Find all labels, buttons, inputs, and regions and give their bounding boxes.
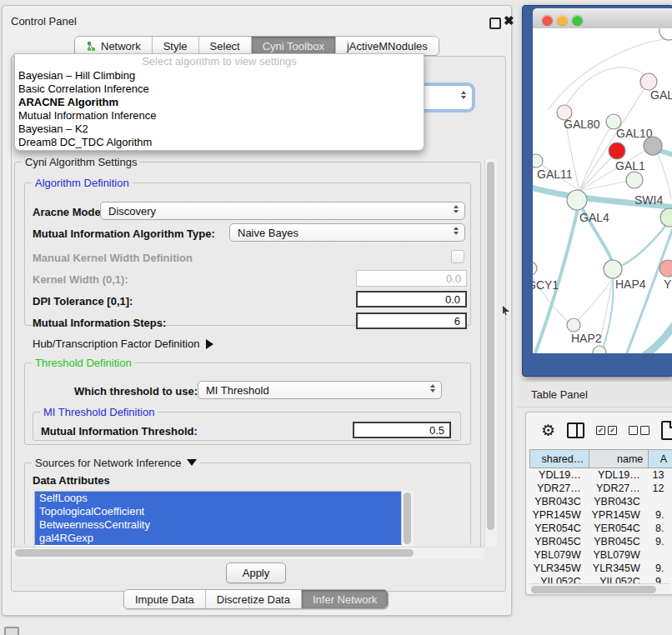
table-cell: 13 xyxy=(649,468,672,482)
table-row[interactable]: YDL19…YDL19…13 xyxy=(530,468,672,482)
table-cell: 12 xyxy=(649,482,672,495)
table-row[interactable]: YER054CYER054C8. xyxy=(530,522,672,535)
algorithm-option[interactable]: ARACNE Algorithm xyxy=(15,96,424,109)
network-node-hap4[interactable] xyxy=(604,260,622,278)
columns-icon[interactable] xyxy=(567,422,584,438)
table-row[interactable]: YLR345WYLR345W9. xyxy=(530,562,672,575)
tab-label: Infer Network xyxy=(313,593,377,606)
table-cell xyxy=(649,495,672,508)
network-icon xyxy=(86,41,97,52)
tab-style[interactable]: Style xyxy=(153,37,199,55)
algorithm-option[interactable]: Mutual Information Inference xyxy=(15,109,424,122)
node-label: GCY1 xyxy=(533,278,559,292)
table-cell: YBR045C xyxy=(589,535,649,548)
close-traffic-light-icon[interactable] xyxy=(542,15,553,26)
table-horizontal-scrollbar[interactable] xyxy=(529,583,669,595)
tab-jactivemnodules[interactable]: jActiveMNodules xyxy=(336,37,439,55)
hub-definition-toggle[interactable]: Hub/Transcription Factor Definition xyxy=(33,338,213,350)
algorithm-option[interactable]: Basic Correlation Inference xyxy=(15,82,424,96)
combo-arrows-icon xyxy=(430,384,435,392)
column-header-1[interactable]: shared… xyxy=(530,450,589,468)
table-row[interactable]: YBR045CYBR045C9. xyxy=(530,535,672,548)
table-cell: YBL079W xyxy=(530,548,589,562)
table-row[interactable]: YBR043CYBR043C xyxy=(530,495,672,508)
algorithm-option[interactable]: Bayesian – Hill Climbing xyxy=(15,69,424,82)
algorithm-dropdown-items: Bayesian – Hill ClimbingBasic Correlatio… xyxy=(15,69,424,149)
data-attributes-list[interactable]: SelfLoopsTopologicalCoefficientBetweenne… xyxy=(34,491,403,548)
network-node-gal7[interactable] xyxy=(640,73,657,90)
attribute-list-item[interactable]: BetweennessCentrality xyxy=(35,518,402,532)
tab-label: Select xyxy=(210,40,240,52)
tab-select[interactable]: Select xyxy=(199,37,252,55)
which-threshold-combobox[interactable]: MI Threshold xyxy=(198,381,442,399)
algorithm-option[interactable]: Bayesian – K2 xyxy=(15,122,424,136)
network-node[interactable] xyxy=(593,346,606,353)
mi-threshold-field[interactable]: 0.5 xyxy=(353,422,451,438)
table-row[interactable]: YPR145WYPR145W9. xyxy=(530,508,672,522)
node-label: GAL11 xyxy=(537,168,573,181)
kernel-width-field[interactable]: 0.0 xyxy=(356,270,467,287)
table-cell: YLR345W xyxy=(589,562,649,575)
mi-threshold-group-title: MI Threshold Definition xyxy=(40,406,158,418)
select-all-checks-icon[interactable]: ✓✓ xyxy=(596,426,617,435)
network-node-gal1[interactable] xyxy=(626,172,643,188)
attribute-list-item[interactable]: SelfLoops xyxy=(35,492,402,505)
network-node[interactable] xyxy=(609,142,625,159)
attribute-list-item[interactable]: TopologicalCoefficient xyxy=(35,505,402,518)
mi-steps-field[interactable]: 6 xyxy=(356,312,467,329)
close-icon[interactable]: ✖ xyxy=(504,13,514,28)
network-node-gal4[interactable] xyxy=(567,190,587,210)
algorithm-option[interactable]: Dream8 DC_TDC Algorithm xyxy=(15,136,424,149)
network-node[interactable] xyxy=(644,137,662,155)
settings-vertical-scrollbar[interactable] xyxy=(484,159,497,547)
network-window-titlebar[interactable] xyxy=(533,8,672,29)
attributes-list-scrollbar[interactable] xyxy=(401,491,414,547)
network-node-hap2[interactable] xyxy=(567,318,580,332)
float-window-icon[interactable] xyxy=(489,18,501,29)
tab-impute-data[interactable]: Impute Data xyxy=(124,590,206,608)
zoom-traffic-light-icon[interactable] xyxy=(572,15,583,26)
network-node-gcy1[interactable] xyxy=(533,262,537,275)
expanded-arrow-icon xyxy=(187,459,197,466)
manual-kernel-checkbox[interactable] xyxy=(451,250,464,263)
minimize-traffic-light-icon[interactable] xyxy=(557,15,568,26)
algorithm-dropdown-placeholder[interactable]: Select algorithm to view settings xyxy=(15,54,424,69)
table-row[interactable]: YBL079WYBL079W xyxy=(530,548,672,562)
node-label: SWI4 xyxy=(634,193,663,207)
node-table: shared…nameAYDL19…YDL19…13YDR27…YDR27…12… xyxy=(529,449,672,588)
aracne-mode-combobox[interactable]: Discovery xyxy=(100,202,465,220)
column-header-2[interactable]: name xyxy=(589,450,649,468)
sources-group-title[interactable]: Sources for Network Inference xyxy=(32,457,200,469)
table-cell xyxy=(649,548,672,562)
document-icon[interactable] xyxy=(661,421,672,440)
table-row[interactable]: YDR27…YDR27…12 xyxy=(530,482,672,495)
settings-horizontal-scrollbar[interactable] xyxy=(12,547,484,559)
table-cell: YBL079W xyxy=(589,548,649,562)
tab-discretize-data[interactable]: Discretize Data xyxy=(206,590,302,608)
tab-network[interactable]: Network xyxy=(75,37,153,55)
node-label: GAL7 xyxy=(650,88,672,102)
table-cell: 9. xyxy=(649,535,672,548)
attribute-list-item[interactable]: gal4RGexp xyxy=(35,532,402,545)
network-node[interactable] xyxy=(659,28,672,40)
network-canvas[interactable]: GAL7GAL80GAL10GAL11GAL1SWI4GAL4GCY1HAP4Y… xyxy=(533,28,672,353)
table-cell: YLR345W xyxy=(530,562,589,575)
network-node-y[interactable] xyxy=(659,260,672,277)
tab-cyni-toolbox[interactable]: Cyni Toolbox xyxy=(252,37,336,55)
algorithm-dropdown-popup: Select algorithm to view settings Bayesi… xyxy=(14,53,424,151)
docked-panel-icon[interactable] xyxy=(4,627,19,635)
apply-button[interactable]: Apply xyxy=(226,562,286,583)
dpi-tolerance-field[interactable]: 0.0 xyxy=(356,291,467,308)
mi-type-combobox[interactable]: Naive Bayes xyxy=(229,223,465,242)
network-node-swi4[interactable] xyxy=(660,208,672,227)
gear-icon[interactable]: ⚙ xyxy=(541,422,555,438)
column-header-3[interactable]: A xyxy=(649,450,672,468)
tab-infer-network[interactable]: Infer Network xyxy=(302,590,388,608)
kernel-width-label: Kernel Width (0,1): xyxy=(33,273,128,286)
deselect-all-checks-icon[interactable] xyxy=(629,426,649,435)
node-label: GAL1 xyxy=(615,159,645,172)
control-panel-title: Control Panel xyxy=(11,15,77,28)
table-panel-title: Table Panel xyxy=(531,388,588,401)
algorithm-combobox-focused[interactable] xyxy=(419,85,473,110)
network-node-gal11[interactable] xyxy=(533,154,543,168)
